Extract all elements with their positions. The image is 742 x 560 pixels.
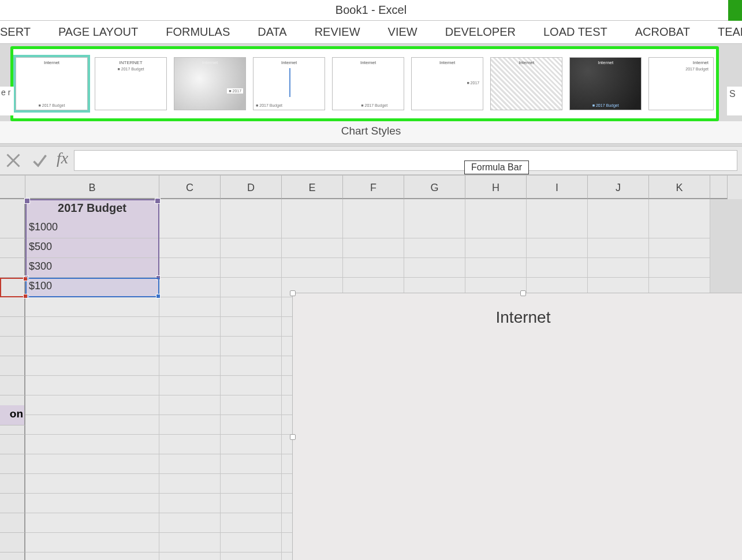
cell-c7[interactable] xyxy=(159,317,221,337)
chart-style-2[interactable]: INTERNET ■ 2017 Budget xyxy=(95,57,167,110)
cell-c1[interactable] xyxy=(159,199,221,220)
select-all-corner[interactable] xyxy=(0,176,25,199)
cell-j3[interactable] xyxy=(588,238,649,258)
row-header-3[interactable] xyxy=(0,238,25,258)
cell-f1[interactable] xyxy=(343,199,404,220)
cell-k2[interactable] xyxy=(649,219,710,238)
cell-d12[interactable] xyxy=(221,415,282,435)
cell-b6[interactable] xyxy=(25,297,159,317)
cell-d8[interactable] xyxy=(221,337,282,356)
row-header-19[interactable] xyxy=(0,552,25,560)
resize-handle[interactable] xyxy=(290,290,296,296)
tab-developer[interactable]: DEVELOPER xyxy=(445,25,516,39)
cell-c14[interactable] xyxy=(159,454,221,474)
tab-team[interactable]: TEAM xyxy=(718,25,742,39)
chart-style-5[interactable]: Internet ■ 2017 Budget xyxy=(332,57,404,110)
formula-input[interactable] xyxy=(74,150,737,171)
cell-d4[interactable] xyxy=(221,258,282,278)
cell-k4[interactable] xyxy=(649,258,710,278)
cell-b4[interactable]: $300 xyxy=(25,258,159,278)
cell-c18[interactable] xyxy=(159,533,221,552)
tab-load-test[interactable]: LOAD TEST xyxy=(543,25,607,39)
worksheet-grid[interactable]: on 2017 Budget $1000 $500 $300 $100 xyxy=(0,199,742,560)
cell-c3[interactable] xyxy=(159,238,221,258)
cell-b7[interactable] xyxy=(25,317,159,337)
cell-d6[interactable] xyxy=(221,297,282,317)
row-header-18[interactable] xyxy=(0,533,25,552)
row-header-8[interactable] xyxy=(0,337,25,356)
cell-c15[interactable] xyxy=(159,474,221,494)
cell-j4[interactable] xyxy=(588,258,649,278)
cell-a1-partial[interactable]: on xyxy=(0,405,25,425)
col-header-i[interactable]: I xyxy=(527,176,588,199)
cell-b17[interactable] xyxy=(25,513,159,533)
cell-d16[interactable] xyxy=(221,494,282,513)
row-header-4[interactable] xyxy=(0,258,25,278)
chart-style-9[interactable]: Internet 2017 Budget xyxy=(648,57,714,110)
cell-c9[interactable] xyxy=(159,356,221,376)
cell-h3[interactable] xyxy=(465,238,527,258)
cell-i4[interactable] xyxy=(527,258,588,278)
cell-i3[interactable] xyxy=(527,238,588,258)
col-header-g[interactable]: G xyxy=(404,176,465,199)
cell-d19[interactable] xyxy=(221,552,282,560)
cell-c11[interactable] xyxy=(159,395,221,415)
tab-page-layout[interactable]: PAGE LAYOUT xyxy=(58,25,138,39)
cell-k1[interactable] xyxy=(649,199,710,220)
col-header-f[interactable]: F xyxy=(343,176,404,199)
cell-d10[interactable] xyxy=(221,376,282,395)
row-header-2[interactable] xyxy=(0,219,25,238)
col-header-c[interactable]: C xyxy=(159,176,221,199)
chart-object[interactable]: Internet xyxy=(292,293,742,560)
col-header-d[interactable]: D xyxy=(221,176,282,199)
cell-c16[interactable] xyxy=(159,494,221,513)
resize-handle[interactable] xyxy=(520,290,526,296)
tab-review[interactable]: REVIEW xyxy=(315,25,360,39)
tab-acrobat[interactable]: ACROBAT xyxy=(635,25,690,39)
col-header-j[interactable]: J xyxy=(588,176,649,199)
cell-c12[interactable] xyxy=(159,415,221,435)
cell-c2[interactable] xyxy=(159,219,221,238)
cell-c10[interactable] xyxy=(159,376,221,395)
row-header-13[interactable] xyxy=(0,435,25,454)
cell-b2[interactable]: $1000 xyxy=(25,219,159,238)
cell-b10[interactable] xyxy=(25,376,159,395)
cell-b11[interactable] xyxy=(25,395,159,415)
tab-insert[interactable]: SERT xyxy=(0,25,31,39)
row-header-1[interactable] xyxy=(0,199,25,220)
formula-cancel-button[interactable] xyxy=(0,149,27,172)
chart-style-6[interactable]: Internet ■ 2017 xyxy=(411,57,483,110)
cell-c6[interactable] xyxy=(159,297,221,317)
col-header-b[interactable]: B xyxy=(25,176,159,199)
row-header-14[interactable] xyxy=(0,454,25,474)
cell-k3[interactable] xyxy=(649,238,710,258)
cell-e3[interactable] xyxy=(282,238,343,258)
fx-label[interactable]: fx xyxy=(53,149,74,172)
cell-b14[interactable] xyxy=(25,454,159,474)
cell-c8[interactable] xyxy=(159,337,221,356)
cell-b16[interactable] xyxy=(25,494,159,513)
cell-b12[interactable] xyxy=(25,415,159,435)
right-ribbon-stub[interactable]: S xyxy=(727,87,742,115)
col-header-k[interactable]: K xyxy=(649,176,710,199)
cell-g3[interactable] xyxy=(404,238,465,258)
cell-d18[interactable] xyxy=(221,533,282,552)
row-header-9[interactable] xyxy=(0,356,25,376)
cell-d11[interactable] xyxy=(221,395,282,415)
cell-c19[interactable] xyxy=(159,552,221,560)
cell-e1[interactable] xyxy=(282,199,343,220)
cell-i1[interactable] xyxy=(527,199,588,220)
cell-b3[interactable]: $500 xyxy=(25,238,159,258)
cell-d5[interactable] xyxy=(221,278,282,297)
cell-c5[interactable] xyxy=(159,278,221,297)
cell-b18[interactable] xyxy=(25,533,159,552)
cell-d14[interactable] xyxy=(221,454,282,474)
row-header-5[interactable] xyxy=(0,278,25,297)
cell-d9[interactable] xyxy=(221,356,282,376)
tab-formulas[interactable]: FORMULAS xyxy=(166,25,230,39)
row-header-15[interactable] xyxy=(0,474,25,494)
cell-c4[interactable] xyxy=(159,258,221,278)
row-header-16[interactable] xyxy=(0,494,25,513)
row-header-6[interactable] xyxy=(0,297,25,317)
col-header-e[interactable]: E xyxy=(282,176,343,199)
